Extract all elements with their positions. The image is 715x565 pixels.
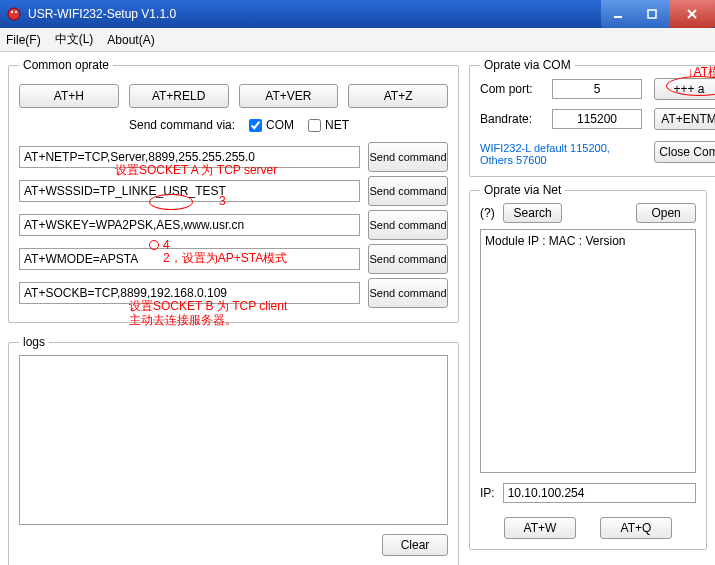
window-buttons [601, 0, 715, 28]
logs-textarea[interactable] [19, 355, 448, 525]
app-icon [6, 6, 22, 22]
window-title: USR-WIFI232-Setup V1.1.0 [28, 7, 601, 21]
send-via-label: Send command via: [129, 118, 235, 132]
at-h-button[interactable]: AT+H [19, 84, 119, 108]
svg-point-2 [15, 11, 17, 13]
at-entm-button[interactable]: AT+ENTM [654, 108, 715, 130]
clear-button[interactable]: Clear [382, 534, 448, 556]
send-cmd-1[interactable]: Send command [368, 142, 448, 172]
send-cmd-2[interactable]: Send command [368, 176, 448, 206]
close-button[interactable] [669, 0, 715, 28]
baud-label: Bandrate: [480, 112, 540, 126]
svg-rect-4 [648, 10, 656, 18]
svg-point-0 [8, 8, 20, 20]
cmd-input-5[interactable] [19, 282, 360, 304]
ip-label: IP: [480, 486, 495, 500]
titlebar: USR-WIFI232-Setup V1.1.0 [0, 0, 715, 28]
cmd-input-1[interactable] [19, 146, 360, 168]
at-ver-button[interactable]: AT+VER [239, 84, 339, 108]
com-port-input[interactable] [552, 79, 642, 99]
at-q-button[interactable]: AT+Q [600, 517, 672, 539]
close-com-button[interactable]: Close Com [654, 141, 715, 163]
menu-chinese[interactable]: 中文(L) [55, 31, 94, 48]
common-oprate-group: Common oprate AT+H AT+RELD AT+VER AT+Z S… [8, 58, 459, 323]
cmd-input-2[interactable] [19, 180, 360, 202]
send-cmd-3[interactable]: Send command [368, 210, 448, 240]
net-checkbox[interactable] [308, 119, 321, 132]
annot-5b: 主动去连接服务器。 [129, 312, 237, 329]
menu-file[interactable]: File(F) [6, 33, 41, 47]
net-help[interactable]: (?) [480, 206, 495, 220]
at-z-button[interactable]: AT+Z [348, 84, 448, 108]
search-button[interactable]: Search [503, 203, 563, 223]
menubar: File(F) 中文(L) About(A) [0, 28, 715, 52]
open-button[interactable]: Open [636, 203, 696, 223]
maximize-button[interactable] [635, 0, 669, 28]
send-cmd-4[interactable]: Send command [368, 244, 448, 274]
common-legend: Common oprate [19, 58, 113, 72]
menu-about[interactable]: About(A) [107, 33, 154, 47]
com-note: WIFI232-L default 115200, Others 57600 [480, 142, 642, 166]
com-port-label: Com port: [480, 82, 540, 96]
ip-input[interactable] [503, 483, 696, 503]
logs-legend: logs [19, 335, 49, 349]
minimize-button[interactable] [601, 0, 635, 28]
oprate-com-group: Oprate via COM ↓AT模式 Com port: +++ a Ban… [469, 58, 715, 177]
module-list-header: Module IP : MAC : Version [485, 234, 691, 248]
svg-point-1 [11, 11, 13, 13]
cmd-input-3[interactable] [19, 214, 360, 236]
send-cmd-5[interactable]: Send command [368, 278, 448, 308]
com-checkbox-label[interactable]: COM [249, 118, 294, 132]
at-reld-button[interactable]: AT+RELD [129, 84, 229, 108]
net-legend: Oprate via Net [480, 183, 565, 197]
baud-input[interactable] [552, 109, 642, 129]
net-checkbox-label[interactable]: NET [308, 118, 349, 132]
com-checkbox[interactable] [249, 119, 262, 132]
oprate-net-group: Oprate via Net (?) Search Open Module IP… [469, 183, 707, 550]
plus-a-button[interactable]: +++ a [654, 78, 715, 100]
at-w-button[interactable]: AT+W [504, 517, 576, 539]
module-list[interactable]: Module IP : MAC : Version [480, 229, 696, 473]
logs-group: logs Clear [8, 335, 459, 565]
com-legend: Oprate via COM [480, 58, 575, 72]
cmd-input-4[interactable] [19, 248, 360, 270]
